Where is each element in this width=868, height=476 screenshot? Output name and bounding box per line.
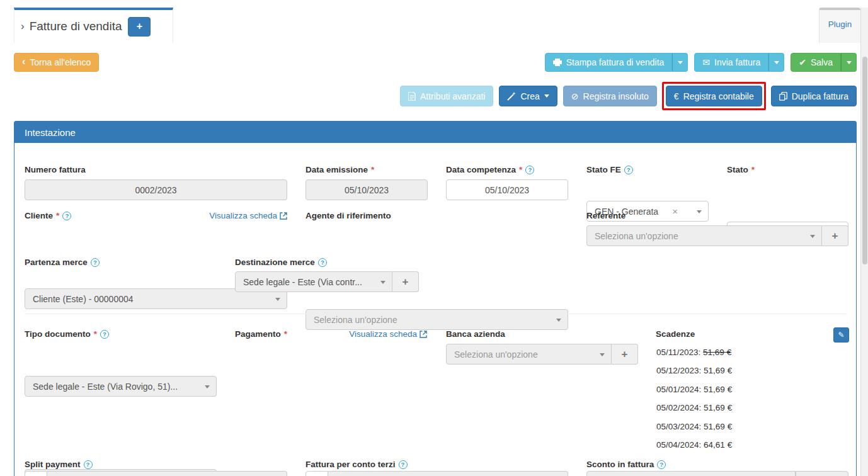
data-competenza-label: Data competenza*? xyxy=(446,165,534,174)
check-icon: ✔ xyxy=(799,57,806,67)
plugin-link[interactable]: Plugin xyxy=(828,20,852,43)
conto-terzi-checkbox[interactable] xyxy=(306,471,328,476)
split-payment-group xyxy=(25,471,287,476)
help-icon[interactable]: ? xyxy=(84,460,93,469)
plus-icon: + xyxy=(832,230,838,242)
duplicate-invoice-button[interactable]: Duplica fattura xyxy=(771,86,857,106)
save-button-group: ✔ Salva xyxy=(791,53,857,72)
scadenza-item: 05/12/2023: 51,69 € xyxy=(656,366,732,375)
sconto-tipo-select[interactable] xyxy=(796,471,848,476)
help-icon[interactable]: ? xyxy=(525,166,534,174)
create-dropdown-button[interactable]: Crea xyxy=(499,86,557,106)
destinazione-merce-group: Sede legale - Este (Via contr... + xyxy=(235,271,419,292)
referente-select[interactable]: Seleziona un'opzione xyxy=(586,225,822,246)
add-invoice-button[interactable]: + xyxy=(128,17,151,37)
save-dropdown-toggle[interactable] xyxy=(841,53,857,72)
sconto-fattura-input[interactable] xyxy=(586,471,796,476)
chevron-right-icon: › xyxy=(21,20,25,33)
sconto-fattura-group xyxy=(586,471,848,476)
banca-azienda-select[interactable]: Seleziona un'opzione xyxy=(446,344,612,365)
caret-down-icon xyxy=(275,298,280,301)
tab-plugin[interactable]: Plugin xyxy=(819,8,860,43)
destinazione-merce-select[interactable]: Sede legale - Este (Via contr... xyxy=(235,271,392,292)
help-icon[interactable]: ? xyxy=(624,166,633,174)
print-dropdown-toggle[interactable] xyxy=(672,53,688,72)
send-button-group: ✉ Invia fattura xyxy=(694,53,784,72)
annotation-highlight-box: € Registra contabile xyxy=(662,82,766,110)
pagamento-label-row: Pagamento* Visualizza scheda xyxy=(235,329,427,339)
required-asterisk: * xyxy=(56,211,59,220)
magic-wand-icon xyxy=(507,92,516,101)
agente-label: Agente di riferimento xyxy=(306,211,391,220)
print-button-group: Stampa fattura di vendita xyxy=(545,53,688,72)
partenza-merce-label: Partenza merce? xyxy=(25,258,100,267)
partenza-merce-select[interactable]: Sede legale - Este (Via Rovigo, 51)... xyxy=(25,376,217,397)
caret-down-icon xyxy=(847,61,852,64)
destinazione-merce-label: Destinazione merce? xyxy=(235,258,327,267)
help-icon[interactable]: ? xyxy=(91,258,100,267)
conto-terzi-input[interactable] xyxy=(328,471,568,476)
save-button[interactable]: ✔ Salva xyxy=(791,53,841,72)
scadenza-item: 05/02/2024: 51,69 € xyxy=(656,403,732,412)
sconto-fattura-label: Sconto in fattura? xyxy=(586,460,666,469)
data-emissione-input: 05/10/2023 xyxy=(306,179,428,200)
envelope-icon: ✉ xyxy=(702,57,710,67)
help-icon[interactable]: ? xyxy=(399,460,408,469)
clear-icon[interactable]: × xyxy=(672,206,690,217)
view-customer-link[interactable]: Visualizza scheda xyxy=(209,211,287,220)
register-unpaid-button[interactable]: ⊘ Registra insoluto xyxy=(563,86,657,106)
stato-fe-label: Stato FE? xyxy=(586,165,633,174)
scadenza-item: 05/01/2024: 51,69 € xyxy=(656,385,732,394)
required-asterisk: * xyxy=(519,165,522,174)
help-icon[interactable]: ? xyxy=(318,258,327,267)
tab-fatture-di-vendita[interactable]: › Fatture di vendita + xyxy=(14,8,173,43)
help-icon[interactable]: ? xyxy=(657,460,666,469)
scrollbar-thumb[interactable] xyxy=(862,57,867,264)
printer-icon xyxy=(553,59,562,67)
add-destinazione-button[interactable]: + xyxy=(392,271,419,292)
send-dropdown-toggle[interactable] xyxy=(768,53,784,72)
add-banca-button[interactable]: + xyxy=(612,344,638,365)
banca-azienda-group: Seleziona un'opzione + xyxy=(446,344,638,365)
page-title: › Fatture di vendita xyxy=(21,20,122,33)
help-icon[interactable]: ? xyxy=(100,330,109,339)
caret-down-icon xyxy=(678,61,683,64)
agente-select[interactable]: Seleziona un'opzione xyxy=(306,309,568,330)
back-to-list-button[interactable]: ‹ Torna all'elenco xyxy=(14,53,99,72)
caret-down-icon xyxy=(205,385,210,388)
external-link-icon xyxy=(280,212,287,220)
scadenza-item: 05/04/2024: 64,61 € xyxy=(656,440,732,450)
split-payment-checkbox[interactable] xyxy=(25,471,47,476)
split-payment-input[interactable] xyxy=(47,471,287,476)
register-accounting-button[interactable]: € Registra contabile xyxy=(666,86,762,106)
required-asterisk: * xyxy=(371,165,374,174)
edit-scadenze-button[interactable]: ✎ xyxy=(833,327,849,343)
print-invoice-button[interactable]: Stampa fattura di vendita xyxy=(545,53,673,72)
view-payment-link[interactable]: Visualizza scheda xyxy=(349,329,427,339)
help-icon[interactable]: ? xyxy=(62,212,71,220)
cliente-label: Cliente*? xyxy=(25,211,71,220)
file-invoice-icon xyxy=(408,92,416,101)
send-invoice-button[interactable]: ✉ Invia fattura xyxy=(694,53,768,72)
scrollbar[interactable] xyxy=(860,8,868,476)
external-link-icon xyxy=(420,331,427,338)
actions-bar: Attributi avanzati Crea ⊘ Registra insol… xyxy=(400,86,857,106)
add-referente-button[interactable]: + xyxy=(822,225,848,246)
euro-icon: € xyxy=(674,91,679,101)
split-payment-label: Split payment? xyxy=(25,460,93,469)
tipo-documento-label: Tipo documento*? xyxy=(25,329,109,339)
required-asterisk: * xyxy=(94,329,97,339)
data-competenza-input[interactable]: 05/10/2023 xyxy=(446,179,568,200)
referente-group: Seleziona un'opzione + xyxy=(586,225,848,246)
plus-icon: + xyxy=(403,276,409,288)
caret-down-icon xyxy=(556,319,561,322)
divider xyxy=(25,314,847,314)
advanced-attributes-button[interactable]: Attributi avanzati xyxy=(400,86,494,106)
caret-down-icon xyxy=(810,235,815,238)
cliente-label-row: Cliente*? Visualizza scheda xyxy=(25,211,287,220)
numero-fattura-label: Numero fattura xyxy=(25,165,86,174)
caret-down-icon xyxy=(774,61,779,64)
caret-down-icon xyxy=(600,353,605,356)
panel-header: Intestazione xyxy=(14,122,856,143)
panel-title: Intestazione xyxy=(25,127,76,138)
